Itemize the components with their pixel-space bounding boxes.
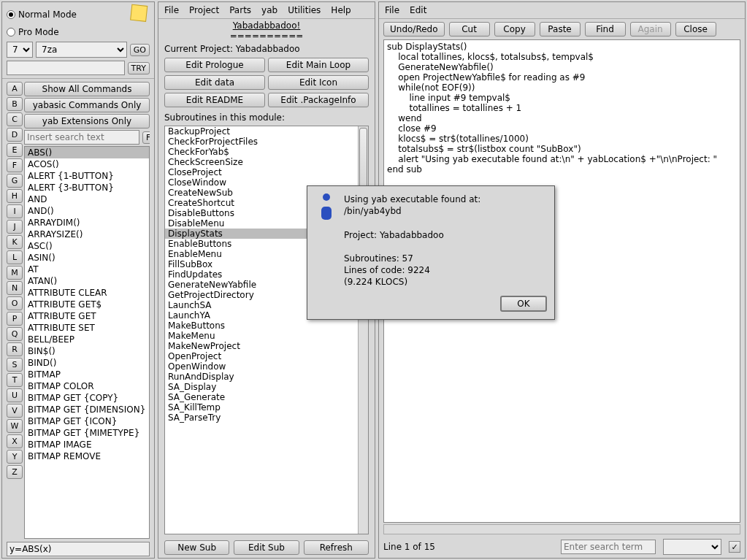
command-item[interactable]: BITMAP REMOVE — [25, 450, 149, 462]
sub-item[interactable]: MakeButtons — [165, 321, 358, 331]
letter-s-button[interactable]: S — [7, 358, 23, 372]
code-search-select[interactable] — [663, 539, 721, 555]
letter-o-button[interactable]: O — [7, 296, 23, 310]
menu-file[interactable]: File — [164, 5, 179, 15]
edit-main-loop-button[interactable]: Edit Main Loop — [268, 58, 369, 72]
edit-packageinfo-button[interactable]: Edit .PackageInfo — [268, 93, 369, 107]
new-sub-button[interactable]: New Sub — [164, 540, 229, 555]
letter-i-button[interactable]: I — [7, 204, 23, 218]
edit-readme-button[interactable]: Edit README — [164, 93, 265, 107]
rmenu-file[interactable]: File — [385, 5, 399, 15]
sub-item[interactable]: BackupProject — [165, 126, 358, 137]
quick-input[interactable] — [7, 61, 125, 75]
sub-item[interactable]: CloseProject — [165, 167, 358, 177]
sub-item[interactable]: SA_ParseTry — [165, 413, 358, 423]
notes-icon[interactable] — [130, 4, 151, 26]
find-code-button[interactable]: Find — [585, 22, 626, 37]
letter-w-button[interactable]: W — [7, 419, 23, 433]
letter-t-button[interactable]: T — [7, 373, 23, 387]
command-item[interactable]: BITMAP GET {DIMENSION} — [25, 404, 149, 415]
rmenu-edit[interactable]: Edit — [410, 5, 426, 15]
status-input[interactable] — [7, 542, 150, 556]
command-item[interactable]: AND — [25, 193, 149, 205]
search-option-check[interactable]: ✓ — [729, 541, 740, 553]
letter-c-button[interactable]: C — [7, 112, 23, 126]
command-item[interactable]: ATAN() — [25, 275, 149, 287]
letter-m-button[interactable]: M — [7, 266, 23, 280]
edit-data-button[interactable]: Edit data — [164, 75, 265, 90]
edit-prologue-button[interactable]: Edit Prologue — [164, 58, 265, 72]
menu-project[interactable]: Project — [189, 5, 219, 15]
command-item[interactable]: ARRAYSIZE() — [25, 229, 149, 240]
cut-button[interactable]: Cut — [449, 22, 490, 37]
yab-ext-only-button[interactable]: yab Extensions Only — [24, 114, 150, 129]
menu-utilities[interactable]: Utilities — [288, 5, 321, 15]
command-item[interactable]: ATTRIBUTE SET — [25, 322, 149, 334]
sub-item[interactable]: CheckForYab$ — [165, 147, 358, 157]
command-item[interactable]: ATTRIBUTE CLEAR — [25, 287, 149, 299]
letter-h-button[interactable]: H — [7, 189, 23, 203]
letter-v-button[interactable]: V — [7, 404, 23, 418]
code-search-input[interactable] — [561, 540, 656, 554]
go-button[interactable]: GO — [130, 44, 150, 56]
paste-button[interactable]: Paste — [540, 22, 581, 37]
command-item[interactable]: BITMAP GET {COPY} — [25, 392, 149, 404]
radio-normal-mode[interactable] — [7, 10, 15, 19]
letter-l-button[interactable]: L — [7, 250, 23, 264]
sub-item[interactable]: MakeMenu — [165, 331, 358, 341]
sub-item[interactable]: OpenWindow — [165, 361, 358, 372]
letter-u-button[interactable]: U — [7, 388, 23, 402]
num-select[interactable]: 7 — [7, 42, 33, 58]
sub-item[interactable]: SA_Generate — [165, 392, 358, 402]
close-button[interactable]: Close — [675, 22, 716, 37]
sub-item[interactable]: SA_Display — [165, 382, 358, 392]
letter-k-button[interactable]: K — [7, 235, 23, 249]
letter-f-button[interactable]: F — [7, 158, 23, 172]
command-list[interactable]: ABS()ACOS()ALERT {1-BUTTON}ALERT {3-BUTT… — [24, 146, 150, 539]
command-item[interactable]: AND() — [25, 205, 149, 217]
sub-item[interactable]: CheckForProjectFiles — [165, 137, 358, 147]
letter-x-button[interactable]: X — [7, 434, 23, 448]
command-item[interactable]: ASC() — [25, 240, 149, 252]
letter-a-button[interactable]: A — [7, 82, 23, 96]
dialog-ok-button[interactable]: OK — [500, 296, 547, 312]
letter-r-button[interactable]: R — [7, 342, 23, 356]
letter-g-button[interactable]: G — [7, 174, 23, 188]
code-hscrollbar[interactable] — [383, 524, 740, 534]
refresh-button[interactable]: Refresh — [304, 540, 369, 555]
letter-n-button[interactable]: N — [7, 281, 23, 295]
command-item[interactable]: ACOS() — [25, 158, 149, 170]
command-item[interactable]: ABS() — [25, 147, 149, 158]
command-item[interactable]: BELL/BEEP — [25, 334, 149, 345]
letter-d-button[interactable]: D — [7, 128, 23, 142]
menu-help[interactable]: Help — [331, 5, 350, 15]
sub-item[interactable]: SA_KillTemp — [165, 402, 358, 413]
find-button[interactable]: Find — [142, 131, 150, 144]
menu-yab[interactable]: yab — [261, 5, 277, 15]
command-item[interactable]: BITMAP IMAGE — [25, 439, 149, 450]
sub-item[interactable]: OpenProject — [165, 351, 358, 361]
edit-sub-button[interactable]: Edit Sub — [234, 540, 299, 555]
sub-item[interactable]: RunAndDisplay — [165, 372, 358, 382]
command-item[interactable]: ATTRIBUTE GET$ — [25, 299, 149, 310]
command-item[interactable]: BITMAP GET {ICON} — [25, 415, 149, 427]
menu-parts[interactable]: Parts — [229, 5, 251, 15]
try-button[interactable]: TRY — [128, 62, 150, 74]
search-input[interactable] — [24, 130, 139, 145]
command-item[interactable]: AT — [25, 264, 149, 275]
command-item[interactable]: ARRAYDIM() — [25, 217, 149, 229]
yabasic-only-button[interactable]: yabasic Commands Only — [24, 98, 150, 112]
command-item[interactable]: BITMAP COLOR — [25, 380, 149, 392]
command-item[interactable]: BIN$() — [25, 345, 149, 357]
command-item[interactable]: BITMAP GET {MIMETYPE} — [25, 427, 149, 439]
command-item[interactable]: ALERT {3-BUTTON} — [25, 182, 149, 193]
show-all-button[interactable]: Show All Commands — [24, 82, 150, 96]
undo-redo-button[interactable]: Undo/Redo — [383, 22, 445, 37]
command-item[interactable]: BIND() — [25, 357, 149, 369]
command-item[interactable]: ATTRIBUTE GET — [25, 310, 149, 322]
sub-item[interactable]: MakeNewProject — [165, 341, 358, 351]
command-item[interactable]: ALERT {1-BUTTON} — [25, 170, 149, 182]
radio-pro-mode[interactable] — [7, 28, 15, 37]
letter-z-button[interactable]: Z — [7, 465, 23, 479]
letter-p-button[interactable]: P — [7, 312, 23, 326]
